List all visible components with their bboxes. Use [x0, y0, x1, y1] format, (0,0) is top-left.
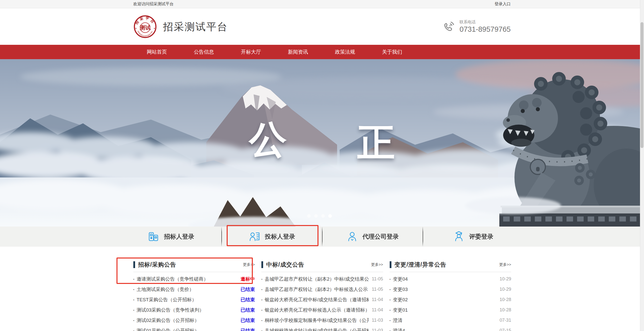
announcement-item[interactable]: ▪ 变更01 10-28 — [390, 305, 511, 315]
announcement-date: 11-04 — [372, 297, 383, 302]
announcement-item[interactable]: ▪ 变更02 10-28 — [390, 295, 511, 305]
announcement-date: 11-05 — [372, 287, 383, 292]
announcement-date: 10-29 — [500, 287, 511, 292]
nav-item-about-us[interactable]: 关于我们 — [369, 45, 416, 59]
site-header: 招采平台 ZHAOCAIPINGTAI 测试 招采测试平台 — [0, 9, 644, 45]
contact-label: 联系电话 — [460, 20, 511, 25]
bidder-person-icon — [249, 231, 260, 242]
announcement-date: 07-15 — [500, 328, 511, 331]
announcement-date: 11-05 — [372, 276, 383, 282]
announcement-title: 县城桐梓路地皮转让中标/成交结果公告（公开招标） — [265, 327, 369, 331]
announcement-title: 变更04 — [393, 276, 497, 282]
announcement-item[interactable]: ▪ 澄清 07-31 — [390, 315, 511, 325]
nav-item-bid-opening-hall[interactable]: 开标大厅 — [227, 45, 274, 59]
announcement-item[interactable]: ▪ 银盆岭大桥亮化工程中标/成交结果公告（邀请招标） 11-04 — [261, 295, 383, 305]
announcement-status: 已结束 — [240, 307, 255, 313]
announcement-title: 邀请测试采购公告（竞争性磋商） — [137, 276, 237, 282]
site-title: 招采测试平台 — [163, 20, 228, 34]
announcement-status: 已结束 — [240, 286, 255, 293]
contact-phone: 0731-89579765 — [460, 25, 511, 34]
scrollbar-track[interactable] — [640, 0, 644, 331]
announcement-title: 变更03 — [393, 286, 497, 293]
hero-slogan-char-1: 公 — [249, 121, 287, 159]
announcement-title: 县城甲乙超市产权转让（副本2）中标/成交结果公告... — [265, 276, 369, 282]
announcement-title: 银盆岭大桥亮化工程中标候选人公示（邀请招标） — [265, 307, 369, 313]
bullet-icon: ▪ — [261, 329, 262, 331]
announcement-item[interactable]: ▪ 县城甲乙超市产权转让（副本2）中标/成交结果公告... 11-05 — [261, 274, 383, 284]
announcement-title: 测试02采购公告（公开招标） — [137, 317, 237, 324]
hero-banner — [0, 59, 644, 227]
section-award-announcements: 中标/成交公告 更多>> ▪ 县城甲乙超市产权转让（副本2）中标/成交结果公告.… — [261, 261, 383, 331]
announcement-item[interactable]: ▪ TEST采购公告（公开招标） 已结束 — [133, 295, 255, 305]
agency-login-button[interactable]: 代理公司登录 — [322, 227, 423, 247]
announcement-item[interactable]: ▪ 邀请测试采购公告（竞争性磋商） 邀标中 — [133, 274, 255, 284]
carousel-dot-2[interactable] — [314, 214, 318, 218]
bullet-icon: ▪ — [261, 278, 262, 281]
announcement-title: 桐梓坡小学校服定制服务中标/成交结果公告（公开招... — [265, 317, 369, 324]
section-tender-announcements: 招标/采购公告 更多>> ▪ 邀请测试采购公告（竞争性磋商） 邀标中 ▪ 土地测… — [133, 261, 255, 331]
announcement-date: 11-04 — [372, 307, 383, 313]
announcement-title: 变更02 — [393, 297, 497, 303]
section-title: 中标/成交公告 — [266, 261, 304, 269]
procurement-portal-page: 欢迎访问招采测试平台 登录入口 招采平台 ZHAOCAIPIN — [0, 0, 644, 331]
phone-icon — [442, 20, 456, 33]
announcement-title: 测试01采购公告（公开招标） — [137, 327, 237, 331]
announcement-item[interactable]: ▪ 变更04 10-29 — [390, 274, 511, 284]
bullet-icon: ▪ — [261, 309, 262, 312]
tenderer-building-icon — [148, 231, 159, 242]
scrollbar-thumb[interactable] — [640, 22, 643, 148]
announcement-item[interactable]: ▪ 变更03 10-29 — [390, 284, 511, 295]
announcement-title: 县城甲乙超市产权转让（副本2）中标候选人公示（公... — [265, 286, 369, 293]
judge-login-button[interactable]: 评委登录 — [423, 227, 523, 247]
bidder-login-button[interactable]: 投标人登录 — [221, 227, 322, 247]
contact-block: 联系电话 0731-89579765 — [442, 20, 511, 34]
announcement-item[interactable]: ▪ 桐梓坡小学校服定制服务中标/成交结果公告（公开招... 11-03 — [261, 315, 383, 325]
announcement-item[interactable]: ▪ 银盆岭大桥亮化工程中标候选人公示（邀请招标） 11-04 — [261, 305, 383, 315]
agency-person-icon — [346, 231, 358, 242]
announcement-date: 10-28 — [500, 307, 511, 313]
login-entry-link[interactable]: 登录入口 — [495, 2, 511, 7]
nav-item-policies[interactable]: 政策法规 — [321, 45, 369, 59]
section-title: 招标/采购公告 — [138, 261, 176, 269]
section-title-bar — [261, 261, 263, 268]
more-link[interactable]: 更多>> — [499, 262, 511, 267]
carousel-dot-3[interactable] — [321, 214, 325, 218]
more-link[interactable]: 更多>> — [243, 262, 255, 267]
svg-text:测试: 测试 — [139, 24, 151, 31]
hero-slogan-char-2: 正 — [357, 124, 395, 162]
bullet-icon: ▪ — [261, 288, 262, 291]
bullet-icon: ▪ — [390, 309, 391, 312]
announcement-date: 11-03 — [372, 318, 383, 323]
login-role-bar: 招标人登录 投标人登录 代理公司登录 — [0, 227, 644, 247]
nav-item-news[interactable]: 新闻资讯 — [274, 45, 321, 59]
announcement-status: 已结束 — [240, 297, 255, 303]
carousel-dot-4[interactable] — [328, 214, 332, 218]
bullet-icon: ▪ — [390, 319, 391, 322]
announcement-title: 银盆岭大桥亮化工程中标/成交结果公告（邀请招标） — [265, 297, 369, 303]
nav-item-home[interactable]: 网站首页 — [133, 45, 180, 59]
announcement-item[interactable]: ▪ 土地测试采购公告（竞价） 已结束 — [133, 284, 255, 295]
carousel-dot-1[interactable] — [307, 214, 311, 218]
nav-item-announcements[interactable]: 公告信息 — [180, 45, 227, 59]
announcement-date: 10-28 — [500, 297, 511, 302]
announcement-item[interactable]: ▪ 测试02采购公告（公开招标） 已结束 — [133, 315, 255, 325]
announcement-date: 11-03 — [372, 328, 383, 331]
section-title-bar — [133, 261, 135, 268]
tenderer-login-button[interactable]: 招标人登录 — [121, 227, 221, 247]
bullet-icon: ▪ — [133, 288, 134, 291]
more-link[interactable]: 更多>> — [371, 262, 383, 267]
main-nav: 网站首页 公告信息 开标大厅 新闻资讯 政策法规 关于我们 — [0, 45, 644, 59]
announcement-status: 邀标中 — [240, 276, 255, 282]
bullet-icon: ▪ — [133, 319, 134, 322]
announcement-item[interactable]: ▪ 测试03采购公告（竞争性谈判） 已结束 — [133, 305, 255, 315]
announcement-date: 10-29 — [500, 276, 511, 282]
announcement-item[interactable]: ▪ 澄清4 07-15 — [390, 325, 511, 331]
bullet-icon: ▪ — [390, 329, 391, 331]
announcement-item[interactable]: ▪ 测试01采购公告（公开招标） 已结束 — [133, 325, 255, 331]
top-bar: 欢迎访问招采测试平台 登录入口 — [0, 0, 644, 8]
bullet-icon: ▪ — [133, 329, 134, 331]
announcement-title: 变更01 — [393, 307, 497, 313]
announcement-item[interactable]: ▪ 县城甲乙超市产权转让（副本2）中标候选人公示（公... 11-05 — [261, 284, 383, 295]
site-logo-link[interactable]: 招采平台 ZHAOCAIPINGTAI 测试 招采测试平台 — [133, 15, 228, 39]
announcement-item[interactable]: ▪ 县城桐梓路地皮转让中标/成交结果公告（公开招标） 11-03 — [261, 325, 383, 331]
